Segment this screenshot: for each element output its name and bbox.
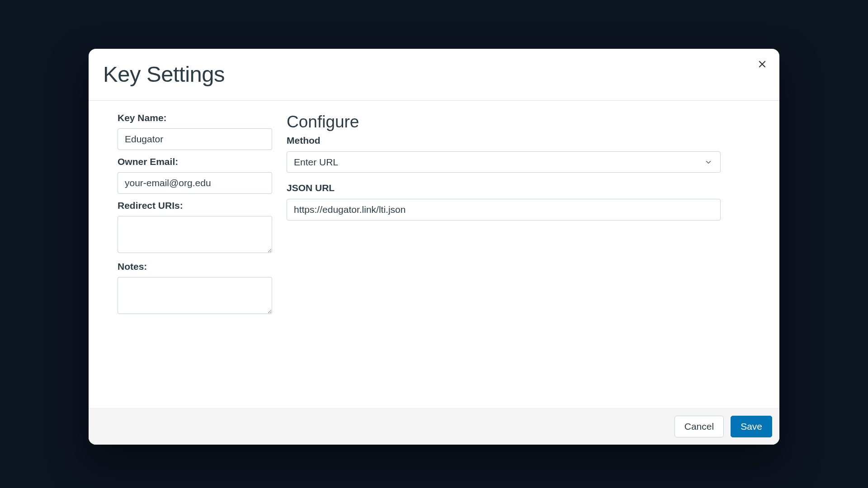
save-button[interactable]: Save — [731, 416, 772, 437]
modal-header: Key Settings — [89, 49, 779, 101]
modal-footer: Cancel Save — [89, 408, 779, 445]
method-label: Method — [287, 135, 721, 146]
method-select-wrapper: Enter URL — [287, 151, 721, 173]
json-url-label: JSON URL — [287, 183, 721, 193]
close-button[interactable] — [756, 58, 769, 70]
owner-email-group: Owner Email: — [118, 156, 272, 194]
notes-group: Notes: — [118, 261, 272, 316]
json-url-field[interactable] — [287, 199, 721, 221]
notes-label: Notes: — [118, 261, 272, 272]
left-column: Key Name: Owner Email: Redirect URIs: No… — [118, 113, 272, 390]
key-name-label: Key Name: — [118, 113, 272, 123]
owner-email-label: Owner Email: — [118, 156, 272, 167]
cancel-button[interactable]: Cancel — [675, 416, 724, 437]
redirect-uris-group: Redirect URIs: — [118, 200, 272, 255]
modal-title: Key Settings — [103, 61, 225, 87]
close-icon — [759, 61, 766, 68]
key-settings-modal: Key Settings Key Name: Owner Email: Redi… — [89, 49, 779, 445]
json-url-group: JSON URL — [287, 183, 721, 221]
method-group: Method Enter URL — [287, 135, 721, 173]
redirect-uris-field[interactable] — [118, 216, 272, 253]
method-select[interactable]: Enter URL — [287, 151, 721, 173]
notes-field[interactable] — [118, 277, 272, 314]
key-name-group: Key Name: — [118, 113, 272, 150]
right-column: Configure Method Enter URL JSON URL — [287, 113, 765, 390]
owner-email-field[interactable] — [118, 172, 272, 194]
configure-heading: Configure — [287, 113, 721, 131]
key-name-field[interactable] — [118, 128, 272, 150]
modal-body: Key Name: Owner Email: Redirect URIs: No… — [89, 101, 779, 408]
redirect-uris-label: Redirect URIs: — [118, 200, 272, 211]
